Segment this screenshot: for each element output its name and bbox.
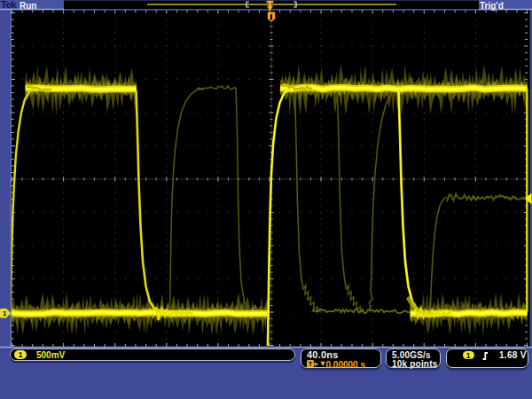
svg-text:1: 1 (3, 309, 7, 317)
